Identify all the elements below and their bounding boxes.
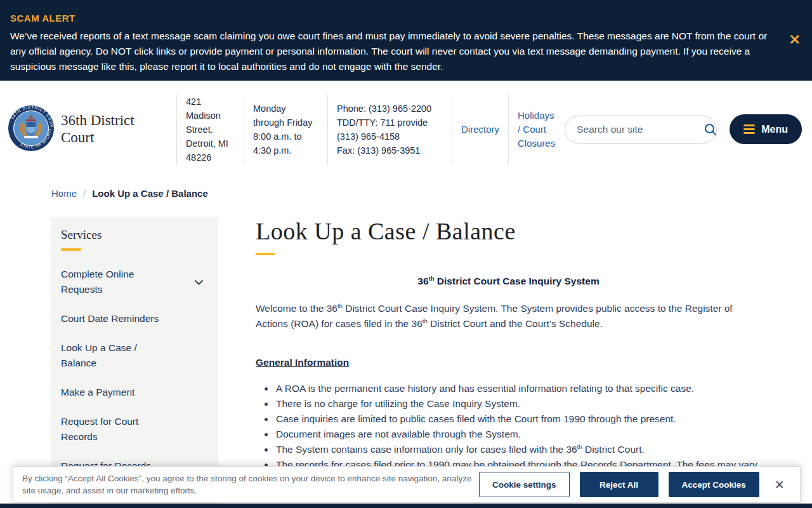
breadcrumb-separator: / [83, 188, 86, 199]
site-title: 36th District Court [61, 112, 167, 146]
list-item: Case inquiries are limited to public cas… [275, 411, 761, 427]
header-hours: Monday through Friday 8:00 a.m. to 4:30 … [244, 95, 327, 164]
header-tdd: TDD/TTY: 711 provide (313) 965-4158 [337, 116, 443, 144]
site-search [565, 116, 717, 144]
services-sidebar: Services Complete Online Requests Court … [51, 217, 218, 508]
menu-button-label: Menu [761, 124, 788, 135]
sidebar-title-underline [61, 248, 81, 251]
welcome-paragraph: Welcome to the 36th District Court Case … [256, 301, 761, 331]
cookie-buttons: Cookie settings Reject All Accept Cookie… [479, 472, 759, 497]
footer-edge-strip [0, 504, 812, 508]
header-holidays-col: Holidays / Court Closures [508, 95, 560, 164]
breadcrumb: Home / Look Up a Case / Balance [0, 178, 812, 199]
header-phone-block: Phone: (313) 965-2200 TDD/TTY: 711 provi… [327, 95, 452, 164]
header-fax: Fax: (313) 965-3951 [337, 144, 443, 157]
cookie-settings-button[interactable]: Cookie settings [479, 472, 570, 497]
alert-close-icon[interactable]: ✕ [789, 33, 801, 47]
list-item: A ROA is the permanent case history and … [275, 381, 761, 396]
header-phone: Phone: (313) 965-2200 [337, 102, 443, 116]
page-body: Services Complete Online Requests Court … [0, 217, 812, 508]
scam-alert-banner: SCAM ALERT We’ve received reports of a t… [0, 0, 812, 81]
directory-link[interactable]: Directory [461, 123, 499, 137]
court-seal-logo: 36TH DISTRICT COURT STATE OF MICHIGAN [8, 105, 55, 154]
sidebar-item-request-court-records[interactable]: Request for Court Records [61, 407, 208, 451]
scam-alert-title: SCAM ALERT [10, 13, 774, 23]
header-info-columns: 421 Madison Street. Detroit, MI 48226 Mo… [176, 95, 560, 164]
holidays-closures-link[interactable]: Holidays / Court Closures [518, 109, 551, 150]
cookie-close-icon[interactable]: ✕ [775, 479, 785, 491]
sidebar-title: Services [61, 228, 208, 242]
sidebar-item-court-date-reminders[interactable]: Court Date Reminders [61, 304, 208, 333]
accept-cookies-button[interactable]: Accept Cookies [669, 472, 759, 497]
breadcrumb-current: Look Up a Case / Balance [92, 188, 208, 199]
menu-button[interactable]: Menu [730, 114, 802, 144]
list-item: Document images are not available throug… [275, 427, 761, 442]
sidebar-item-complete-online-requests[interactable]: Complete Online Requests [61, 260, 208, 304]
search-icon[interactable] [704, 123, 717, 137]
main-content: Look Up a Case / Balance 36th District C… [256, 217, 761, 508]
hamburger-icon [743, 124, 755, 134]
search-input[interactable] [577, 124, 704, 135]
scam-alert-message: We’ve received reports of a text message… [10, 29, 774, 74]
reject-all-button[interactable]: Reject All [580, 472, 658, 497]
page-title: Look Up a Case / Balance [256, 217, 761, 245]
sidebar-item-look-up-case-balance[interactable]: Look Up a Case / Balance [61, 333, 208, 378]
cookie-message: By clicking “Accept All Cookies”, you ag… [22, 472, 479, 497]
list-item: There is no charge for utilizing the Cas… [275, 396, 761, 411]
general-information-list: A ROA is the permanent case history and … [275, 381, 761, 472]
sidebar-item-make-a-payment[interactable]: Make a Payment [61, 378, 208, 407]
breadcrumb-home-link[interactable]: Home [51, 188, 77, 199]
general-information-heading: General Information [256, 357, 761, 368]
header-directory-col: Directory [452, 95, 508, 164]
page-title-underline [256, 253, 275, 255]
site-header: 36TH DISTRICT COURT STATE OF MICHIGAN 36… [0, 81, 812, 178]
case-inquiry-heading: 36th District Court Case Inquiry System [256, 276, 761, 287]
chevron-down-icon[interactable] [193, 277, 204, 288]
header-address: 421 Madison Street. Detroit, MI 48226 [176, 95, 244, 164]
list-item: The System contains case information onl… [275, 442, 761, 457]
cookie-consent-banner: By clicking “Accept All Cookies”, you ag… [13, 466, 801, 503]
